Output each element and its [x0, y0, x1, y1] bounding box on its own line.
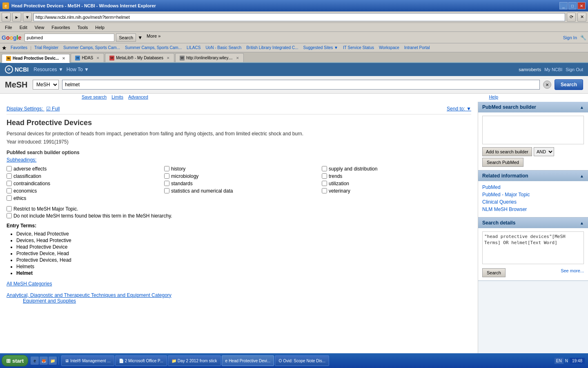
statistics-checkbox[interactable]: [164, 188, 169, 193]
pubmed-major-topic-link[interactable]: PubMed - Major Topic: [482, 192, 584, 197]
summer-camps-1-link[interactable]: Summer Camps, Sports Cam...: [61, 45, 122, 50]
back-button[interactable]: ◄: [2, 13, 11, 22]
microbiology-checkbox[interactable]: [164, 173, 169, 179]
list-item-helmet: Helmet: [16, 270, 471, 276]
workspace-link[interactable]: Workspace: [377, 45, 401, 50]
economics-checkbox[interactable]: [7, 188, 12, 193]
file-menu[interactable]: File: [2, 24, 16, 31]
and-or-select[interactable]: AND OR NOT: [534, 147, 554, 156]
folder-quicklaunch-icon[interactable]: 📁: [49, 357, 57, 365]
major-topic-checkbox[interactable]: [7, 206, 12, 211]
tab-close-icon[interactable]: ✕: [236, 56, 239, 60]
how-to-menu[interactable]: How To ▼: [67, 67, 89, 72]
subheadings-link[interactable]: Subheadings:: [7, 157, 471, 163]
collapse-search-details-icon[interactable]: ▲: [580, 221, 584, 225]
google-search-button[interactable]: Search: [116, 34, 136, 42]
help-link[interactable]: Help: [489, 94, 506, 99]
taskbar-office[interactable]: 📄 2 Microsoft Office P...: [115, 355, 167, 366]
ethics-checkbox[interactable]: [7, 195, 12, 201]
tab-close-icon[interactable]: ✕: [96, 56, 100, 60]
equipment-supplies-link[interactable]: Equipment and Supplies: [23, 298, 76, 304]
refresh-button[interactable]: ⟳: [567, 13, 576, 22]
taskbar-ovid[interactable]: O Ovid: Scope Note Dis...: [275, 355, 329, 366]
tools-menu[interactable]: Tools: [74, 24, 91, 31]
lilacs-link[interactable]: LILACS: [185, 45, 203, 50]
stop-button[interactable]: ✕: [577, 13, 586, 22]
my-ncbi-link[interactable]: My NCBI: [544, 67, 562, 72]
taskbar-head-protective[interactable]: e Head Protective Devi...: [222, 355, 274, 366]
send-to-area[interactable]: Send to: ▼: [447, 106, 471, 112]
google-more-button[interactable]: More »: [144, 34, 163, 42]
british-library-link[interactable]: British Library Integrated C...: [244, 45, 300, 50]
intranet-portal-link[interactable]: Intranet Portal: [402, 45, 432, 50]
tab-close-icon[interactable]: ✕: [167, 56, 170, 60]
search-details-search-button[interactable]: Search: [482, 268, 506, 277]
collapse-pubmed-builder-icon[interactable]: ▲: [580, 105, 584, 110]
all-mesh-categories-link[interactable]: All MeSH Categories: [7, 281, 52, 287]
lang-button[interactable]: EN: [555, 358, 564, 364]
mesh-search-input[interactable]: [62, 80, 540, 90]
sign-out-link[interactable]: Sign Out: [566, 67, 583, 72]
address-input[interactable]: [33, 13, 565, 21]
wrench-icon[interactable]: 🔧: [580, 35, 586, 40]
start-button[interactable]: ⊞ start: [2, 355, 28, 366]
send-to-link[interactable]: Send to: ▼: [447, 106, 471, 112]
analytical-category-link[interactable]: Analytical, Diagnostic and Therapeutic T…: [7, 292, 172, 298]
tab-head-protective[interactable]: N Head Protective Devic... ✕: [2, 54, 70, 63]
display-settings-link[interactable]: Display Settings: ☑ Full: [7, 106, 60, 112]
trial-register-link[interactable]: Trial Register: [32, 45, 60, 50]
maximize-button[interactable]: □: [568, 2, 577, 9]
tab-wiley[interactable]: W http://onlinelibrary.wiley.... ✕: [175, 53, 244, 62]
add-to-search-builder-button[interactable]: Add to search builder: [482, 147, 532, 156]
tab-metalib[interactable]: M MetaLib® - My Databases ✕: [105, 53, 174, 62]
clinical-queries-link[interactable]: Clinical Queries: [482, 199, 584, 205]
forward-button[interactable]: ►: [12, 13, 21, 22]
limits-link[interactable]: Limits: [111, 94, 123, 99]
do-not-include-checkbox[interactable]: [7, 213, 12, 218]
close-button[interactable]: ✕: [577, 2, 586, 9]
firefox-quicklaunch-icon[interactable]: 🦊: [40, 357, 48, 365]
advanced-link[interactable]: Advanced: [128, 94, 148, 99]
search-builder-textarea[interactable]: [482, 116, 584, 144]
pubmed-link[interactable]: PubMed: [482, 184, 584, 190]
adverse-effects-checkbox[interactable]: [7, 166, 12, 171]
window-controls[interactable]: _ □ ✕: [559, 2, 586, 9]
trends-checkbox[interactable]: [322, 173, 327, 179]
view-menu[interactable]: View: [31, 24, 48, 31]
veterinary-checkbox[interactable]: [322, 188, 327, 193]
classification-checkbox[interactable]: [7, 173, 12, 179]
utilization-checkbox[interactable]: [322, 181, 327, 186]
tab-hdas[interactable]: H HDAS ✕: [71, 53, 104, 62]
taskbar-intel[interactable]: 🖥 Intel® Management ...: [61, 355, 114, 366]
see-more-link[interactable]: See more...: [561, 268, 584, 273]
contraindications-checkbox[interactable]: [7, 181, 12, 186]
display-settings-left[interactable]: Display Settings: ☑ Full: [7, 106, 60, 112]
minimize-button[interactable]: _: [559, 2, 568, 9]
mesh-search-button[interactable]: Search: [555, 79, 583, 90]
help-menu[interactable]: Help: [92, 24, 108, 31]
history-checkbox[interactable]: [164, 166, 169, 171]
tab-close-icon[interactable]: ✕: [62, 56, 65, 61]
taskbar-day2[interactable]: 📁 Day 2 2012 from stick: [168, 355, 221, 366]
mesh-db-select[interactable]: MeSH: [33, 80, 59, 90]
uon-basic-search-link[interactable]: UoN - Basic Search: [203, 45, 243, 50]
favorites-menu[interactable]: Favorites: [48, 24, 73, 31]
standards-checkbox[interactable]: [164, 181, 169, 186]
signin-button[interactable]: Sign In: [563, 35, 577, 40]
summer-camps-2-link[interactable]: Summer Camps, Sports Cam...: [123, 45, 184, 50]
mesh-clear-button[interactable]: ✕: [543, 81, 551, 89]
collapse-related-icon[interactable]: ▲: [580, 174, 584, 178]
search-pubmed-button[interactable]: Search PubMed: [482, 158, 523, 167]
it-service-status-link[interactable]: IT Service Status: [341, 45, 376, 50]
supply-distribution-checkbox[interactable]: [322, 166, 327, 171]
google-dropdown-icon[interactable]: ▼: [138, 35, 143, 40]
ie-quicklaunch-icon[interactable]: e: [31, 357, 39, 365]
dropdown-button[interactable]: ▼: [23, 13, 32, 22]
favorites-link[interactable]: Favorites: [9, 45, 29, 50]
google-search-input[interactable]: [24, 34, 114, 42]
nlm-mesh-browser-link[interactable]: NLM MeSH Browser: [482, 206, 584, 212]
save-search-link[interactable]: Save search: [82, 94, 107, 99]
suggested-sites-link[interactable]: Suggested Sites ▼: [301, 45, 340, 50]
edit-menu[interactable]: Edit: [16, 24, 31, 31]
resources-menu[interactable]: Resources ▼: [33, 67, 63, 72]
